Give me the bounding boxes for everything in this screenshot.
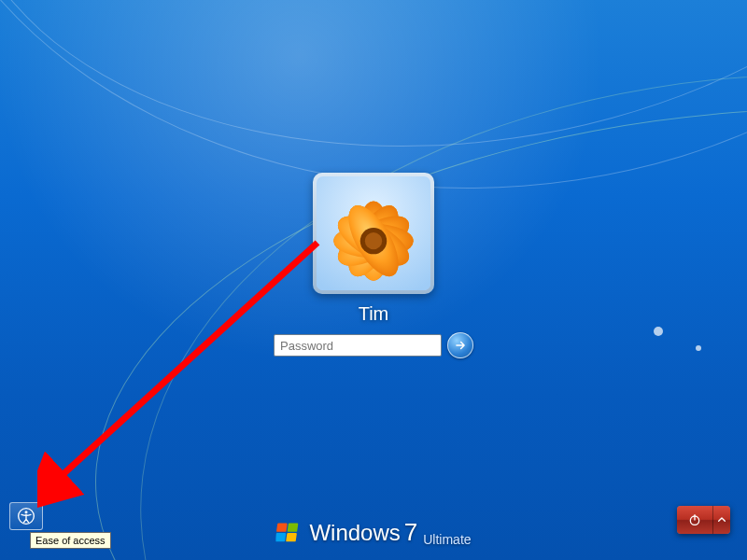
avatar [317, 176, 430, 290]
brand-edition: Ultimate [423, 532, 471, 547]
flower-icon [317, 176, 430, 290]
ease-of-access-tooltip: Ease of access [30, 532, 111, 549]
shutdown-button[interactable] [677, 506, 713, 534]
power-icon [687, 512, 702, 527]
password-input[interactable] [274, 334, 442, 357]
accessibility-icon [17, 507, 35, 525]
ease-of-access-button[interactable] [9, 502, 43, 530]
background-dot [654, 327, 663, 336]
svg-rect-18 [286, 533, 297, 541]
username-label: Tim [252, 303, 495, 325]
shutdown-options-button[interactable] [713, 506, 730, 534]
svg-point-14 [365, 232, 382, 249]
power-button-group [677, 506, 730, 534]
password-row [252, 332, 495, 358]
branding: Windows 7 Ultimate [275, 518, 471, 547]
arrow-right-icon [454, 339, 467, 352]
svg-point-20 [25, 511, 28, 513]
login-screen: Tim Windows 7 Ultimate [0, 0, 747, 560]
chevron-up-icon [714, 512, 729, 527]
svg-rect-17 [275, 533, 286, 541]
submit-button[interactable] [447, 332, 473, 358]
brand-product: Windows [309, 520, 400, 546]
brand-version: 7 [404, 518, 417, 547]
user-tile: Tim [252, 173, 495, 358]
windows-flag-icon [275, 520, 302, 546]
background-curve [0, 0, 747, 189]
svg-rect-16 [288, 523, 299, 531]
brand-text: Windows 7 Ultimate [309, 518, 471, 547]
avatar-frame[interactable] [313, 173, 434, 294]
svg-rect-15 [276, 523, 288, 531]
background-dot [696, 345, 701, 351]
